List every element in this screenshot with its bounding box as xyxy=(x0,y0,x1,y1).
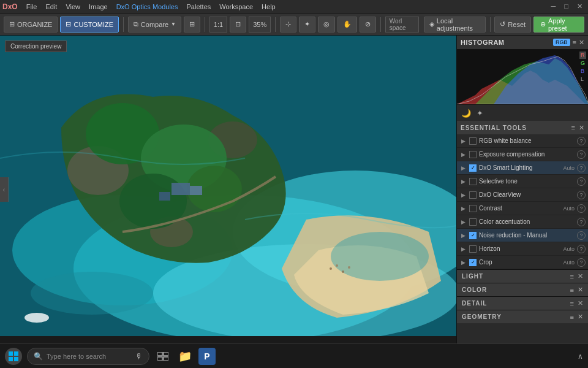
moon-icon[interactable]: 🌙 xyxy=(461,107,472,118)
tool-row-contrast[interactable]: ▶ Contrast Auto ? xyxy=(457,202,588,215)
detail-section-header[interactable]: DETAIL ≡ ✕ xyxy=(457,296,588,310)
histogram-actions: RGB ≡ ✕ xyxy=(553,39,584,47)
checkbox-exposure[interactable] xyxy=(469,151,477,158)
zoom-level[interactable]: 35% xyxy=(249,17,271,33)
geometry-menu-icon[interactable]: ≡ xyxy=(570,313,574,321)
correction-preview-button[interactable]: Correction preview xyxy=(5,40,67,52)
crop-tool-button[interactable]: ⊹ xyxy=(280,17,296,33)
help-icon-selective[interactable]: ? xyxy=(577,177,586,186)
checkbox-color-acc[interactable] xyxy=(469,218,477,226)
tool-row-horizon[interactable]: ▶ Horizon Auto ? xyxy=(457,242,588,256)
light-section-header[interactable]: LIGHT ≡ ✕ xyxy=(457,269,588,283)
start-button[interactable] xyxy=(5,348,22,365)
blue-channel-label[interactable]: B xyxy=(579,67,586,75)
sidebar-toggle-button[interactable]: ‹ xyxy=(0,177,9,202)
help-icon-clearview[interactable]: ? xyxy=(577,191,586,199)
light-menu-icon[interactable]: ≡ xyxy=(570,273,574,280)
help-icon-exposure[interactable]: ? xyxy=(577,150,586,159)
tool-row-selective-tone[interactable]: ▶ Selective tone ? xyxy=(457,175,588,188)
world-space-indicator: Worl space xyxy=(385,17,419,33)
task-view-button[interactable] xyxy=(154,348,172,365)
light-close-icon[interactable]: ✕ xyxy=(578,272,583,280)
tool-row-noise-reduction[interactable]: ▶ ✓ Noise reduction - Manual ? xyxy=(457,229,588,242)
checkbox-noise[interactable]: ✓ xyxy=(469,232,477,239)
retouch-icon: ✦ xyxy=(304,20,310,28)
layout-button[interactable]: ⊞ xyxy=(184,17,200,33)
tool-row-color-accentuation[interactable]: ▶ Color accentuation ? xyxy=(457,215,588,229)
tool-row-exposure[interactable]: ▶ Exposure compensation ? xyxy=(457,148,588,161)
color-title: COLOR xyxy=(462,286,487,293)
organize-button[interactable]: ⊞ ORGANIZE xyxy=(4,17,58,33)
customize-button[interactable]: ⊟ CUSTOMIZE xyxy=(60,17,119,33)
essential-tools-menu-icon[interactable]: ≡ xyxy=(571,124,575,131)
close-button[interactable]: ✕ xyxy=(574,2,586,10)
minimize-button[interactable]: ─ xyxy=(548,2,559,10)
help-icon-rgb[interactable]: ? xyxy=(577,137,586,145)
green-channel-label[interactable]: G xyxy=(579,59,586,67)
checkbox-smart[interactable]: ✓ xyxy=(469,164,477,172)
color-close-icon[interactable]: ✕ xyxy=(578,286,583,294)
taskbar-search[interactable]: 🔍 Type here to search 🎙 xyxy=(27,348,149,365)
menu-file[interactable]: File xyxy=(23,2,41,12)
sun-icon[interactable]: ✦ xyxy=(474,107,485,118)
mic-icon[interactable]: 🎙 xyxy=(135,352,143,361)
svg-rect-25 xyxy=(14,357,18,361)
retouch-tool-button[interactable]: ✦ xyxy=(299,17,315,33)
histogram-close-icon[interactable]: ✕ xyxy=(579,39,584,47)
red-channel-label[interactable]: R xyxy=(579,52,586,59)
help-icon-color-acc[interactable]: ? xyxy=(577,218,586,226)
zoom-fit-button[interactable]: ⊡ xyxy=(230,17,246,33)
compare-button[interactable]: ⧉ Compare ▼ xyxy=(128,17,181,33)
eyedropper-button[interactable]: ⊘ xyxy=(360,17,376,33)
checkbox-horizon[interactable] xyxy=(469,245,477,253)
tool-row-smart-lighting[interactable]: ▶ ✓ DxO Smart Lighting Auto ? xyxy=(457,161,588,175)
taskbar: 🔍 Type here to search 🎙 📁 P ∧ xyxy=(0,343,588,368)
tool-row-clearview[interactable]: ▶ DxO ClearView ? xyxy=(457,188,588,202)
hand-tool-button[interactable]: ✋ xyxy=(337,17,357,33)
help-icon-smart[interactable]: ? xyxy=(577,164,586,172)
apply-preset-button[interactable]: ⊕ Apply preset xyxy=(533,17,584,33)
color-menu-icon[interactable]: ≡ xyxy=(570,286,574,294)
menu-help[interactable]: Help xyxy=(258,2,279,12)
histogram-menu-icon[interactable]: ≡ xyxy=(573,39,576,46)
geometry-section-header[interactable]: GEOMETRY ≡ ✕ xyxy=(457,310,588,323)
red-eye-button[interactable]: ◎ xyxy=(318,17,335,33)
detail-menu-icon[interactable]: ≡ xyxy=(570,300,574,307)
menu-workspace[interactable]: Workspace xyxy=(216,2,257,12)
luminance-channel-label[interactable]: L xyxy=(579,75,586,83)
menu-edit[interactable]: Edit xyxy=(42,2,61,12)
tool-row-rgb-white-balance[interactable]: ▶ RGB white balance ? xyxy=(457,134,588,148)
checkbox-selective[interactable] xyxy=(469,178,477,185)
menu-image[interactable]: Image xyxy=(85,2,111,12)
zoom-ratio: 1:1 xyxy=(209,17,227,33)
reset-button[interactable]: ↺ Reset xyxy=(494,17,531,33)
svg-rect-29 xyxy=(164,357,168,361)
help-icon-noise[interactable]: ? xyxy=(577,231,586,240)
tool-name-color-acc: Color accentuation xyxy=(479,218,577,225)
local-adjustments-button[interactable]: ◈ Local adjustments xyxy=(424,17,486,33)
menu-palettes[interactable]: Palettes xyxy=(183,2,215,12)
checkbox-contrast[interactable] xyxy=(469,205,477,212)
geometry-close-icon[interactable]: ✕ xyxy=(578,313,583,321)
essential-tools-close-icon[interactable]: ✕ xyxy=(579,124,584,132)
rgb-channel-button[interactable]: RGB xyxy=(553,39,570,46)
taskbar-chevron-icon[interactable]: ∧ xyxy=(578,352,583,361)
checkbox-rgb[interactable] xyxy=(469,137,477,145)
essential-tools-header[interactable]: ESSENTIAL TOOLS ≡ ✕ xyxy=(457,121,588,134)
help-icon-crop[interactable]: ? xyxy=(577,258,586,267)
checkbox-clearview[interactable] xyxy=(469,191,477,199)
file-explorer-button[interactable]: 📁 xyxy=(176,348,194,365)
help-icon-horizon[interactable]: ? xyxy=(577,245,586,253)
help-icon-contrast[interactable]: ? xyxy=(577,204,586,213)
expand-icon-crop: ▶ xyxy=(459,259,467,266)
detail-close-icon[interactable]: ✕ xyxy=(578,299,583,307)
menu-view[interactable]: View xyxy=(62,2,84,12)
image-area[interactable]: Correction preview ‹ xyxy=(0,36,456,343)
checkbox-crop[interactable]: ✓ xyxy=(469,259,477,266)
tool-row-crop[interactable]: ▶ ✓ Crop Auto ? xyxy=(457,256,588,269)
dxo-taskbar-icon[interactable]: P xyxy=(198,348,216,365)
color-section-header[interactable]: COLOR ≡ ✕ xyxy=(457,283,588,296)
maximize-button[interactable]: □ xyxy=(561,2,571,10)
expand-icon-selective: ▶ xyxy=(459,178,467,185)
menu-dxo-optics[interactable]: DxO Optics Modules xyxy=(113,2,182,12)
